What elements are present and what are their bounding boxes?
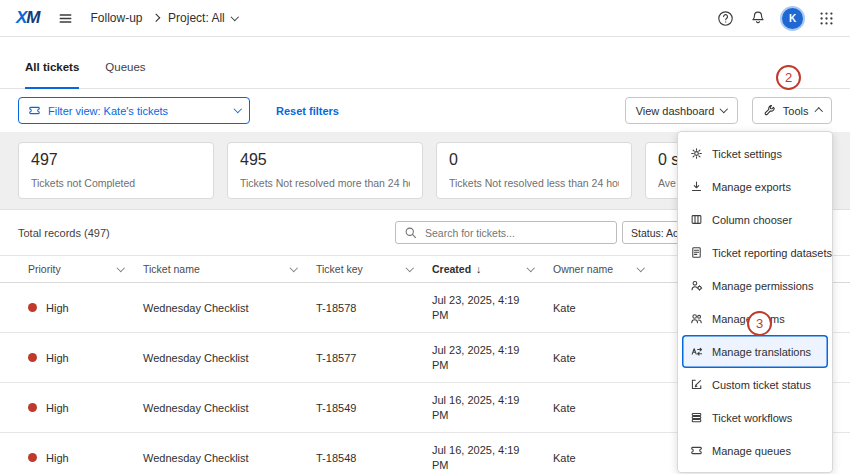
wrench-icon [763,104,776,117]
help-icon[interactable] [717,10,734,27]
filter-toolbar-right: View dashboard Tools [625,97,832,124]
search-icon [404,226,417,239]
priority-label: High [46,352,69,364]
column-header-ticket-name[interactable]: Ticket name [143,263,316,275]
menu-item-ticket-workflows[interactable]: Ticket workflows [682,401,828,434]
chevron-up-icon [814,108,822,116]
priority-dot [28,353,37,362]
stat-label: Tickets Not resolved less than 24 hours [449,177,619,189]
priority-label: High [46,452,69,464]
stat-card-not-completed: 497 Tickets not Completed [18,142,214,199]
notifications-bell-icon[interactable] [750,10,766,26]
filter-view-label: Filter view: Kate's tickets [48,105,168,117]
stat-value: 0 [449,151,619,169]
owner-name: Kate [553,352,663,364]
stat-label: Tickets Not resolved more than 24 ho... [240,177,410,189]
chevron-down-icon [116,264,124,272]
owner-name: Kate [553,302,663,314]
menu-item-column-chooser[interactable]: Column chooser [682,203,828,236]
breadcrumb-follow-up[interactable]: Follow-up [91,11,143,25]
status-filter-label: Status: Ac [631,227,678,239]
priority-dot [28,403,37,412]
sort-descending-icon: ↓ [476,263,481,275]
ticket-key: T-18549 [316,402,432,414]
menu-item-ticket-reporting-datasets[interactable]: Ticket reporting datasets [682,236,828,269]
menu-item-ticket-settings[interactable]: Ticket settings [682,137,828,170]
priority-dot [28,303,37,312]
stat-card-not-resolved-more-24h: 495 Tickets Not resolved more than 24 ho… [227,142,423,199]
menu-item-manage-queues[interactable]: Manage queues [682,434,828,467]
view-dashboard-button[interactable]: View dashboard [625,97,738,124]
ticket-name: Wednesday Checklist [143,452,316,464]
tab-all-tickets[interactable]: All tickets [25,61,79,88]
dataset-document-icon [690,246,703,259]
created-date: Jul 23, 2025, 4:19 PM [432,293,532,323]
total-records-label: Total records (497) [18,227,110,239]
priority-label: High [46,302,69,314]
stat-label: Tickets not Completed [31,177,201,189]
search-box [395,221,617,244]
ticket-key: T-18548 [316,452,432,464]
project-selector[interactable]: Project: All [168,11,237,25]
ticket-icon [690,444,703,457]
person-gear-icon [690,279,703,292]
menu-item-manage-exports[interactable]: Manage exports [682,170,828,203]
translate-icon [690,345,703,358]
chevron-down-icon [405,264,413,272]
tab-queues[interactable]: Queues [105,61,145,88]
top-bar: XM Follow-up Project: All K [0,0,850,37]
created-date: Jul 16, 2025, 4:19 PM [432,443,532,473]
owner-name: Kate [553,402,663,414]
reset-filters-link[interactable]: Reset filters [276,105,339,117]
chevron-down-icon [720,105,728,113]
user-avatar[interactable]: K [782,8,803,29]
columns-icon [690,213,703,226]
breadcrumb: Follow-up Project: All [91,11,238,25]
chevron-right-icon [151,14,159,22]
owner-name: Kate [553,452,663,464]
tools-button[interactable]: Tools [752,97,832,124]
column-header-created[interactable]: Created ↓ [432,263,553,275]
gear-icon [690,147,703,160]
annotation-step-2: 2 [776,65,801,90]
download-icon [690,180,703,193]
ticket-key: T-18578 [316,302,432,314]
topbar-actions: K [717,8,834,29]
apps-grid-icon[interactable] [819,11,834,26]
priority-dot [28,453,37,462]
annotation-step-3: 3 [747,311,772,336]
menu-item-custom-ticket-status[interactable]: Custom ticket status [682,368,828,401]
ticket-name: Wednesday Checklist [143,302,316,314]
chevron-down-icon [231,13,239,21]
priority-label: High [46,402,69,414]
ticket-tabs: All tickets Queues [0,37,850,89]
tools-menu: Ticket settings Manage exports Column ch… [677,131,833,473]
edit-pencil-icon [690,378,703,391]
menu-item-manage-translations[interactable]: Manage translations [682,335,828,368]
ticket-key: T-18577 [316,352,432,364]
chevron-down-icon [233,105,241,113]
menu-item-manage-permissions[interactable]: Manage permissions [682,269,828,302]
chevron-down-icon [526,264,534,272]
xm-logo: XM [16,8,40,28]
column-header-owner-name[interactable]: Owner name [553,263,663,275]
column-header-ticket-key[interactable]: Ticket key [316,263,432,275]
filter-toolbar: Filter view: Kate's tickets Reset filter… [0,89,850,132]
chevron-down-icon [289,264,297,272]
ticket-name: Wednesday Checklist [143,402,316,414]
created-date: Jul 16, 2025, 4:19 PM [432,393,532,423]
ticket-icon [28,104,41,117]
app-window: XM Follow-up Project: All K Al [0,0,850,474]
created-date: Jul 23, 2025, 4:19 PM [432,343,532,373]
stat-card-not-resolved-less-24h: 0 Tickets Not resolved less than 24 hour… [436,142,632,199]
workflow-icon [690,411,703,424]
stat-value: 497 [31,151,201,169]
stat-value: 495 [240,151,410,169]
ticket-name: Wednesday Checklist [143,352,316,364]
search-input[interactable] [423,226,608,240]
column-header-priority[interactable]: Priority [28,263,143,275]
people-icon [690,312,703,325]
filter-view-dropdown[interactable]: Filter view: Kate's tickets [18,97,250,124]
chevron-down-icon [636,264,644,272]
hamburger-menu-icon[interactable] [58,11,73,26]
